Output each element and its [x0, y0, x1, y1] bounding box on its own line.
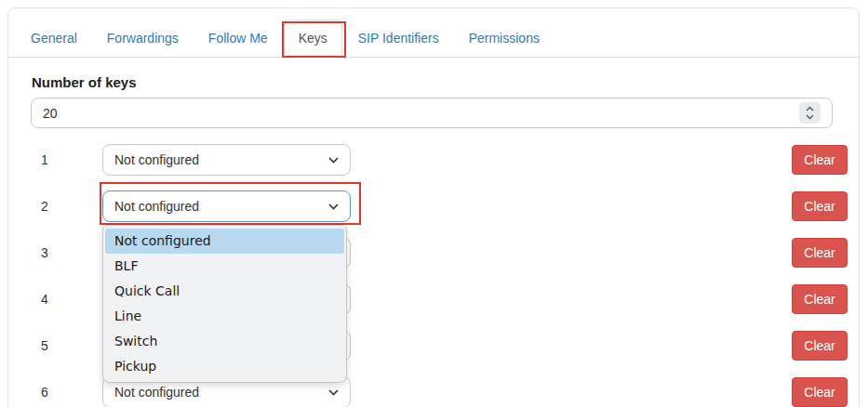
- tab-keys[interactable]: Keys: [284, 20, 342, 58]
- key-4-clear-button[interactable]: Clear: [792, 284, 848, 314]
- key-6-select-value: Not configured: [114, 385, 199, 400]
- dropdown-option-not-configured[interactable]: Not configured: [105, 229, 344, 254]
- tab-general[interactable]: General: [17, 20, 91, 57]
- key-2-select-value: Not configured: [114, 199, 199, 214]
- chevron-down-icon: [328, 157, 339, 164]
- key-3-clear-button[interactable]: Clear: [792, 238, 848, 268]
- key-1-number: 1: [31, 152, 59, 167]
- chevron-down-icon: [328, 204, 339, 210]
- chevron-down-icon: [328, 389, 339, 396]
- dropdown-option-pickup[interactable]: Pickup: [105, 354, 344, 379]
- key-4-number: 4: [31, 292, 59, 307]
- key-1-clear-button[interactable]: Clear: [792, 145, 848, 175]
- tab-permissions[interactable]: Permissions: [455, 20, 554, 57]
- dropdown-option-line[interactable]: Line: [105, 304, 344, 329]
- key-6-clear-button[interactable]: Clear: [792, 377, 848, 407]
- tab-sip-identifiers[interactable]: SIP Identifiers: [344, 20, 453, 57]
- key-1-select-value: Not configured: [114, 152, 199, 167]
- key-2-select-dropdown: Not configured BLF Quick Call Line Switc…: [102, 225, 347, 383]
- tab-bar: General Forwardings Follow Me Keys SIP I…: [8, 8, 859, 58]
- key-5-clear-button[interactable]: Clear: [792, 331, 848, 361]
- key-2-number: 2: [31, 199, 59, 214]
- tab-follow-me[interactable]: Follow Me: [194, 20, 282, 57]
- dropdown-option-switch[interactable]: Switch: [105, 329, 344, 354]
- tab-forwardings[interactable]: Forwardings: [93, 20, 193, 57]
- dropdown-option-blf[interactable]: BLF: [105, 254, 344, 279]
- number-of-keys-input[interactable]: [31, 98, 833, 128]
- key-6-number: 6: [31, 385, 59, 400]
- number-of-keys-label: Number of keys: [32, 74, 848, 90]
- key-row-2: 2 Not configured Clear: [31, 190, 848, 222]
- key-row-1: 1 Not configured Clear: [31, 144, 848, 176]
- key-1-select[interactable]: Not configured: [102, 144, 351, 176]
- key-5-number: 5: [31, 338, 59, 353]
- number-stepper[interactable]: [799, 102, 821, 124]
- key-3-number: 3: [31, 245, 59, 260]
- key-2-clear-button[interactable]: Clear: [792, 191, 848, 221]
- number-of-keys-field: [31, 98, 833, 128]
- dropdown-option-quick-call[interactable]: Quick Call: [105, 279, 344, 304]
- key-2-select[interactable]: Not configured: [102, 190, 351, 222]
- tab-keys-label: Keys: [299, 31, 327, 46]
- spinner-updown-icon: [806, 106, 814, 120]
